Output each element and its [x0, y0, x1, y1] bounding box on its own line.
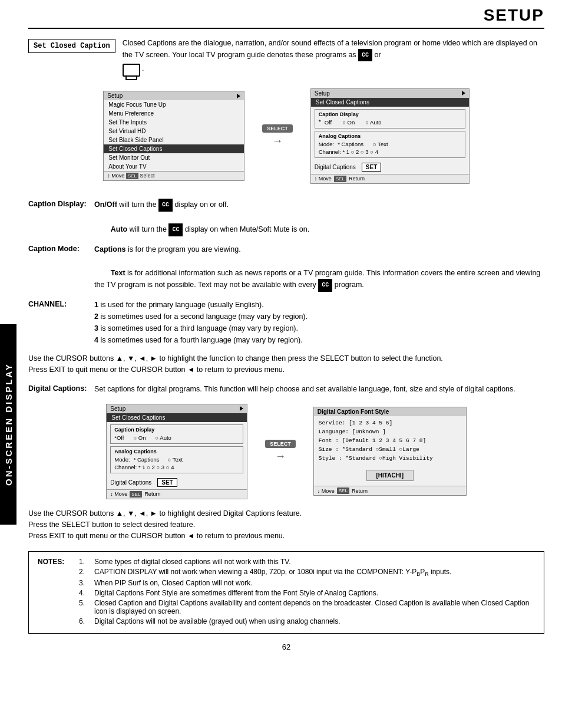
- press-exit-text: Press EXIT to quit menu or the CURSOR bu…: [28, 364, 544, 375]
- dc-right-arrow-icon: →: [275, 450, 286, 463]
- star-off: *: [319, 119, 321, 126]
- note-2-text: CAPTION DISPLAY will not work when viewi…: [94, 568, 451, 577]
- dc-set-btn[interactable]: SET: [157, 478, 177, 487]
- dc-on: ○ On: [133, 434, 146, 441]
- channel-item-2: 2 is sometimes used for a second languag…: [94, 311, 544, 322]
- set-cc-section: Set Closed Caption Closed Captions are t…: [28, 38, 544, 77]
- dc-analog-title: Analog Captions: [114, 449, 239, 454]
- auto-inline-label: Auto: [111, 225, 127, 233]
- note-1: 1. Some types of digital closed captions…: [79, 558, 535, 566]
- analog-captions-section: Analog Captions Mode: * Captions ○ Text …: [315, 131, 465, 158]
- dc-digital-row: Digital Captions SET: [107, 476, 247, 489]
- dc-font: Font : [Default 1 2 3 4 5 6 7 8]: [319, 436, 461, 445]
- cursor-text-section: Use the CURSOR buttons ▲, ▼, ◄, ► to hig…: [28, 353, 544, 376]
- dc-hitachi-label: [HITACHI]: [366, 470, 414, 481]
- select-btn-right: SEL: [334, 176, 346, 182]
- digital-captions-row-desc: Digital Captions: Set captions for digit…: [28, 383, 544, 395]
- cc-badge-auto: CC: [168, 223, 183, 236]
- right-arrow-icon: →: [272, 135, 283, 147]
- caption-mode-label: Caption Mode:: [28, 243, 87, 292]
- channel-content: 1 is used for the primary language (usua…: [94, 299, 544, 346]
- digital-captions-label: Digital Captions: [315, 164, 356, 170]
- right-menu-title: Setup: [315, 90, 330, 97]
- note-6: 6. Digital Captions will not be availabl…: [79, 617, 535, 625]
- channel-section: CHANNEL: 1 is used for the primary langu…: [28, 299, 544, 346]
- note-5-text: Closed Caption and Digital Captions avai…: [94, 599, 535, 615]
- digital-captions-desc-content: Set captions for digital programs. This …: [94, 383, 544, 395]
- right-menu-title-bar: Setup: [311, 89, 469, 98]
- dc-left-arrow-icon: [240, 406, 243, 411]
- cursor-text: Use the CURSOR buttons ▲, ▼, ◄, ► to hig…: [28, 353, 544, 364]
- left-menu-bottom: ↕ Move SEL Select: [104, 171, 244, 180]
- right-menu-subtitle: Set Closed Captions: [311, 98, 469, 107]
- dc-exit-text: Press EXIT to quit menu or the CURSOR bu…: [28, 531, 544, 542]
- dc-digital-label: Digital Captions: [110, 479, 151, 486]
- left-menu-title-bar: Setup: [104, 91, 244, 100]
- channel-row: CHANNEL: 1 is used for the primary langu…: [28, 299, 544, 346]
- digital-captions-label-main: Digital Captions:: [28, 383, 87, 395]
- caption-mode-content: Captions is for the program you are view…: [94, 243, 544, 292]
- dc-style: Style : *Standard ○High Visibility: [319, 454, 461, 463]
- menu-item-magic: Magic Focus Tune Up: [104, 100, 244, 109]
- set-button[interactable]: SET: [362, 163, 381, 172]
- tv-icon: [123, 64, 140, 77]
- digital-captions-row: Digital Captions SET: [311, 160, 469, 174]
- screenshots-row-2: Setup Set Closed Captions Caption Displa…: [28, 404, 544, 499]
- dc-font-menu: Digital Caption Font Style Service: [1 2…: [313, 407, 467, 496]
- left-menu-screenshot: Setup Magic Focus Tune Up Menu Preferenc…: [103, 91, 244, 181]
- notes-label: NOTES:: [38, 558, 73, 566]
- dc-select-text: Press the SELECT button to select desire…: [28, 519, 544, 531]
- dc-select-arrow: SELECT: [265, 440, 296, 448]
- menu-item-about-tv: About Your TV: [104, 162, 244, 171]
- dc-mode-row: Mode: * Captions ○ Text: [114, 456, 239, 463]
- dc-off-row: *Off ○ On ○ Auto: [114, 434, 239, 442]
- dc-cursor-text: Use the CURSOR buttons ▲, ▼, ◄, ► to hig…: [28, 508, 544, 519]
- screenshots-row-1: Setup Magic Focus Tune Up Menu Preferenc…: [28, 88, 544, 184]
- dc-channel-row: Channel: * 1 ○ 2 ○ 3 ○ 4: [114, 463, 239, 471]
- channel-item-4: 4 is sometimes used for a fourth languag…: [94, 334, 544, 346]
- page-number: 62: [28, 643, 544, 651]
- dc-left-set-cc: Set Closed Captions: [107, 413, 247, 422]
- dc-font-bottom: ↓ Move SEL Return: [314, 486, 466, 495]
- dc-left-menu: Setup Set Closed Captions Caption Displa…: [106, 404, 247, 499]
- left-menu-title: Setup: [107, 93, 123, 99]
- dc-analog-section: Analog Captions Mode: * Captions ○ Text …: [110, 446, 243, 473]
- arrow-divider: SELECT →: [262, 124, 293, 147]
- channel-label: Channel: * 1 ○ 2 ○ 3 ○ 4: [319, 149, 378, 155]
- dc-auto: ○ Auto: [156, 434, 171, 441]
- dc-font-return-btn: SEL: [337, 487, 349, 494]
- caption-display-section: Caption Display * Off ○ On ○ Auto: [315, 109, 465, 129]
- channel-row: Channel: * 1 ○ 2 ○ 3 ○ 4: [319, 148, 461, 156]
- dc-left-title: Setup: [110, 406, 125, 412]
- caption-display-section-text: Caption Display: On/Off will turn the CC…: [28, 199, 544, 236]
- arrow-right-icon: [237, 94, 240, 98]
- dc-size: Size : *Standard ○Small ○Large: [319, 445, 461, 454]
- notes-list: 1. Some types of digital closed captions…: [79, 558, 535, 627]
- side-label: ON-SCREEN DISPLAY: [0, 324, 16, 525]
- note-1-text: Some types of digital closed captions wi…: [94, 558, 291, 566]
- menu-item-menu-pref: Menu Preference: [104, 109, 244, 118]
- off-label: Off: [325, 119, 332, 126]
- menu-item-monitor-out: Set Monitor Out: [104, 153, 244, 162]
- caption-display-off-row: * Off ○ On ○ Auto: [319, 118, 461, 126]
- cc-badge-inline: CC: [358, 49, 372, 61]
- text-inline-label: Text: [111, 269, 125, 277]
- note-6-text: Digital Captions will not be available (…: [94, 617, 340, 625]
- mode-row: Mode: * Captions ○ Text: [319, 140, 461, 148]
- channel-label: CHANNEL:: [28, 299, 87, 346]
- caption-display-row: Caption Display: On/Off will turn the CC…: [28, 199, 544, 236]
- menu-item-set-inputs: Set The Inputs: [104, 118, 244, 127]
- menu-item-black-side: Set Black Side Panel: [104, 136, 244, 144]
- note-4: 4. Digital Captions Font Style are somet…: [79, 589, 535, 597]
- text-radio: ○ Text: [373, 141, 388, 147]
- on-off-label: On/Off: [94, 200, 117, 209]
- mode-label: Mode:: [319, 141, 334, 147]
- dc-captions-radio: * Captions: [134, 456, 160, 463]
- auto-label: ○ Auto: [365, 119, 381, 126]
- channel-item-3: 3 is sometimes used for a third language…: [94, 322, 544, 334]
- dc-left-bottom: ↕ Move SEL Return: [107, 489, 247, 499]
- dc-language: Language: [Unknown ]: [319, 427, 461, 436]
- right-menu-screenshot: Setup Set Closed Captions Caption Displa…: [310, 88, 470, 184]
- cc-badge-text: CC: [318, 279, 332, 292]
- caption-display-content: On/Off will turn the CC display on or of…: [94, 199, 544, 236]
